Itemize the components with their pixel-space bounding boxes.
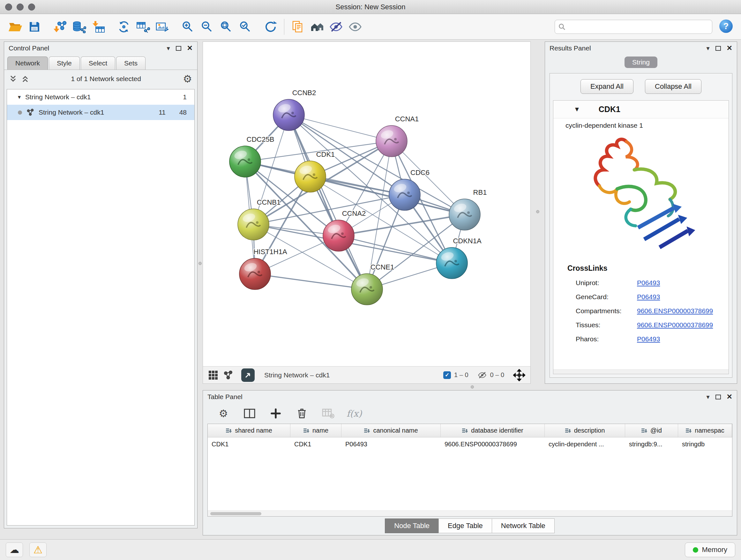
table-options-gear-icon[interactable]: ⚙: [216, 407, 230, 421]
show-columns-icon[interactable]: [243, 407, 257, 421]
panel-menu-icon[interactable]: ▾: [167, 45, 170, 51]
zoom-selected-button[interactable]: [235, 17, 255, 37]
grid-view-icon[interactable]: [208, 370, 218, 380]
save-session-button[interactable]: [25, 17, 44, 37]
column-header-shared-name[interactable]: shared name: [208, 424, 290, 437]
column-header-database-identifier[interactable]: database identifier: [441, 424, 545, 437]
network-canvas[interactable]: CCNB2CCNA1CDC25BCDK1CDC6RB1CCNB1CCNA2CDK…: [203, 42, 530, 366]
copy-document-button[interactable]: [288, 17, 307, 37]
crosslink-link[interactable]: P06493: [637, 279, 660, 287]
panel-menu-icon[interactable]: ▾: [706, 394, 710, 400]
tab-node-table[interactable]: Node Table: [385, 518, 439, 533]
expand-all-button[interactable]: Expand All: [581, 79, 633, 94]
network-graph[interactable]: CCNB2CCNA1CDC25BCDK1CDC6RB1CCNB1CCNA2CDK…: [203, 42, 530, 366]
panel-float-icon[interactable]: [716, 46, 721, 51]
panel-float-icon[interactable]: [716, 395, 721, 399]
pan-crosshair-icon[interactable]: [513, 369, 525, 381]
tree-expander-icon[interactable]: ▾: [18, 94, 21, 101]
help-button[interactable]: ?: [719, 19, 733, 35]
table-panel-splitter[interactable]: [203, 384, 737, 390]
memory-button[interactable]: Memory: [685, 543, 735, 557]
column-header-description[interactable]: description: [545, 424, 625, 437]
network-node-HIST1H1A[interactable]: HIST1H1A: [239, 248, 287, 290]
network-node-CDC25B[interactable]: CDC25B: [229, 135, 274, 177]
network-edge[interactable]: [289, 115, 367, 289]
window-minimize-button[interactable]: [17, 3, 23, 10]
tab-sets[interactable]: Sets: [116, 57, 145, 70]
table-cell[interactable]: CDK1: [208, 441, 290, 448]
crosslink-link[interactable]: P06493: [637, 293, 660, 301]
window-zoom-button[interactable]: [28, 3, 35, 10]
tab-string[interactable]: String: [624, 57, 657, 68]
table-cell[interactable]: 9606.ENSP00000378699: [441, 441, 545, 448]
warnings-button[interactable]: ⚠: [29, 543, 47, 557]
table-cell[interactable]: cyclin-dependent ...: [545, 441, 625, 448]
create-column-icon[interactable]: [269, 407, 283, 421]
zoom-out-button[interactable]: [197, 17, 216, 37]
import-table-button[interactable]: [89, 17, 108, 37]
collapse-all-button[interactable]: Collapse All: [645, 79, 701, 94]
zoom-fit-button[interactable]: [216, 17, 235, 37]
tab-network[interactable]: Network: [7, 57, 48, 70]
first-neighbors-button[interactable]: [307, 17, 327, 37]
splitter-handle[interactable]: [471, 385, 474, 388]
section-expander-icon[interactable]: ▼: [574, 106, 580, 113]
tab-network-table[interactable]: Network Table: [492, 518, 555, 533]
results-splitter[interactable]: [531, 42, 545, 384]
tab-select[interactable]: Select: [81, 57, 115, 70]
panel-close-icon[interactable]: ✕: [727, 45, 732, 52]
search-input[interactable]: [566, 21, 709, 33]
table-cell[interactable]: stringdb:9...: [625, 441, 678, 448]
show-all-button[interactable]: [346, 17, 365, 37]
import-network-database-button[interactable]: [70, 17, 89, 37]
column-header-name[interactable]: name: [290, 424, 341, 437]
panel-menu-icon[interactable]: ▾: [706, 45, 710, 51]
splitter-handle[interactable]: [199, 262, 202, 265]
network-edge[interactable]: [289, 115, 392, 141]
scrollbar-thumb[interactable]: [210, 512, 261, 515]
cloud-button[interactable]: ☁: [6, 543, 23, 557]
control-panel-splitter[interactable]: [198, 42, 203, 539]
network-edge[interactable]: [255, 274, 367, 289]
table-cell[interactable]: P06493: [341, 441, 441, 448]
network-node-CCNB2[interactable]: CCNB2: [273, 89, 316, 131]
network-node-CDK1[interactable]: CDK1: [294, 150, 335, 192]
network-share-view-icon[interactable]: [223, 370, 233, 380]
splitter-handle[interactable]: [536, 210, 539, 213]
delete-table-icon-disabled[interactable]: [321, 407, 335, 421]
merge-networks-button[interactable]: [114, 17, 133, 37]
gene-section-header[interactable]: ▼ CDK1: [553, 101, 729, 118]
table-horizontal-scrollbar[interactable]: [208, 510, 732, 516]
gene-horizontal-scrollbar[interactable]: [553, 369, 729, 374]
panel-close-icon[interactable]: ✕: [187, 45, 193, 52]
column-header-namespac[interactable]: namespac: [678, 424, 732, 437]
network-node-RB1[interactable]: RB1: [449, 188, 487, 230]
table-cell[interactable]: stringdb: [678, 441, 732, 448]
table-row[interactable]: CDK1CDK1P064939606.ENSP00000378699cyclin…: [208, 437, 732, 451]
apply-function-button[interactable]: f(x): [347, 407, 361, 421]
table-cell[interactable]: CDK1: [290, 441, 341, 448]
network-row[interactable]: String Network – cdk1 11 48: [7, 105, 194, 120]
network-node-CCNB1[interactable]: CCNB1: [238, 198, 280, 240]
apply-layout-button[interactable]: [261, 17, 280, 37]
crosslink-link[interactable]: P06493: [637, 335, 660, 343]
birds-eye-view-button[interactable]: [241, 368, 255, 382]
network-from-table-button[interactable]: [133, 17, 152, 37]
tab-edge-table[interactable]: Edge Table: [439, 518, 492, 533]
import-network-file-button[interactable]: [51, 17, 70, 37]
selected-checkbox-icon[interactable]: ✓: [443, 371, 451, 379]
open-session-button[interactable]: [6, 17, 25, 37]
zoom-in-button[interactable]: [178, 17, 197, 37]
panel-float-icon[interactable]: [176, 46, 181, 51]
column-header-canonical-name[interactable]: canonical name: [341, 424, 441, 437]
tab-style[interactable]: Style: [49, 57, 80, 70]
collapse-all-icon[interactable]: [9, 75, 17, 83]
crosslink-link[interactable]: 9606.ENSP00000378699: [637, 321, 713, 329]
column-header--id[interactable]: @id: [625, 424, 678, 437]
network-options-gear-icon[interactable]: ⚙: [183, 74, 192, 84]
export-image-button[interactable]: [152, 17, 172, 37]
expand-all-icon[interactable]: [21, 75, 29, 83]
network-collection-row[interactable]: ▾ String Network – cdk1 1: [7, 89, 194, 105]
network-node-CDKN1A[interactable]: CDKN1A: [436, 237, 482, 279]
panel-close-icon[interactable]: ✕: [727, 393, 732, 400]
